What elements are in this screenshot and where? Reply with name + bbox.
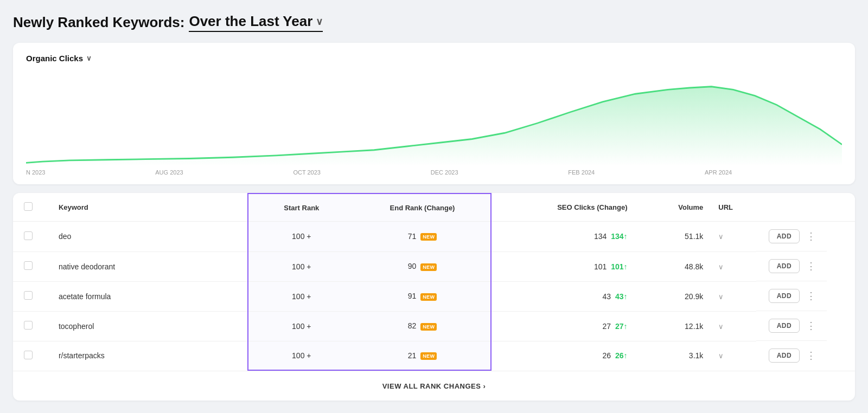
header-keyword: Keyword	[51, 193, 248, 222]
header-checkbox-cell	[13, 193, 51, 222]
row-seo-clicks: 27 27↑	[491, 311, 635, 341]
row-seo-clicks: 134 134↑	[491, 222, 635, 252]
add-button[interactable]: ADD	[769, 349, 800, 363]
add-button[interactable]: ADD	[769, 229, 800, 243]
row-actions: ADD ⋮	[756, 281, 827, 311]
header-actions	[756, 193, 855, 222]
row-seo-clicks: 43 43↑	[491, 281, 635, 311]
header-end-rank: End Rank (Change)	[354, 193, 491, 222]
more-options-icon[interactable]: ⋮	[804, 290, 818, 302]
view-all-link[interactable]: VIEW ALL RANK CHANGES ›	[382, 382, 486, 390]
page-title-prefix: Newly Ranked Keywords:	[13, 14, 184, 31]
row-checkbox[interactable]	[24, 321, 33, 330]
row-checkbox[interactable]	[24, 231, 33, 240]
row-start-rank: 100 +	[248, 341, 354, 370]
row-actions: ADD ⋮	[756, 222, 827, 251]
add-button[interactable]: ADD	[769, 259, 800, 273]
add-button[interactable]: ADD	[769, 289, 800, 303]
seo-base-value: 101	[594, 262, 607, 271]
time-period-label: Over the Last Year	[189, 13, 312, 30]
row-end-rank: 91 NEW	[354, 281, 491, 311]
new-badge: NEW	[420, 233, 437, 241]
header-start-rank: Start Rank	[248, 193, 354, 222]
view-all-row: VIEW ALL RANK CHANGES ›	[13, 371, 855, 401]
row-end-rank: 71 NEW	[354, 222, 491, 252]
header-volume: Volume	[635, 193, 711, 222]
chart-card: Organic Clicks ∨ N 2023 AUG 2023 OCT 2	[13, 43, 855, 184]
seo-change-value: 43↑	[615, 292, 628, 301]
row-keyword: tocopherol	[51, 311, 248, 341]
x-label-1: N 2023	[26, 169, 45, 176]
row-seo-clicks: 101 101↑	[491, 251, 635, 281]
seo-base-value: 43	[602, 292, 611, 301]
row-checkbox-cell	[13, 281, 51, 311]
row-start-rank: 100 +	[248, 281, 354, 311]
more-options-icon[interactable]: ⋮	[804, 320, 818, 332]
url-dropdown-icon[interactable]: ∨	[718, 233, 724, 241]
row-checkbox-cell	[13, 311, 51, 341]
seo-change-value: 26↑	[615, 351, 628, 360]
row-checkbox-cell	[13, 222, 51, 252]
row-url: ∨	[711, 311, 756, 341]
x-label-5: FEB 2024	[568, 169, 595, 176]
page-title-row: Newly Ranked Keywords: Over the Last Yea…	[13, 13, 855, 32]
seo-change-value: 134↑	[611, 232, 627, 241]
new-badge: NEW	[420, 263, 437, 271]
row-seo-clicks: 26 26↑	[491, 341, 635, 370]
table-card: Keyword Start Rank End Rank (Change) SEO…	[13, 193, 855, 401]
row-end-rank: 90 NEW	[354, 251, 491, 281]
row-volume: 20.9k	[635, 281, 711, 311]
row-url: ∨	[711, 281, 756, 311]
row-volume: 51.1k	[635, 222, 711, 252]
seo-base-value: 27	[602, 322, 611, 331]
metric-selector[interactable]: Organic Clicks ∨	[26, 54, 92, 63]
seo-change-value: 101↑	[611, 262, 627, 271]
add-button[interactable]: ADD	[769, 319, 800, 333]
select-all-checkbox[interactable]	[24, 202, 33, 211]
x-label-4: DEC 2023	[431, 169, 458, 176]
more-options-icon[interactable]: ⋮	[804, 350, 818, 362]
row-keyword: deo	[51, 222, 248, 252]
x-axis-labels: N 2023 AUG 2023 OCT 2023 DEC 2023 FEB 20…	[26, 166, 842, 176]
seo-base-value: 134	[594, 232, 607, 241]
x-label-6: APR 2024	[705, 169, 732, 176]
url-dropdown-icon[interactable]: ∨	[718, 352, 724, 360]
row-actions: ADD ⋮	[756, 251, 827, 281]
row-actions: ADD ⋮	[756, 311, 827, 341]
x-label-2: AUG 2023	[155, 169, 183, 176]
row-actions: ADD ⋮	[756, 341, 827, 370]
row-keyword: native deodorant	[51, 251, 248, 281]
row-start-rank: 100 +	[248, 311, 354, 341]
row-volume: 12.1k	[635, 311, 711, 341]
header-url: URL	[711, 193, 756, 222]
dropdown-arrow-icon: ∨	[316, 16, 323, 28]
page-container: Newly Ranked Keywords: Over the Last Yea…	[13, 13, 855, 401]
row-checkbox-cell	[13, 341, 51, 370]
row-checkbox[interactable]	[24, 261, 33, 270]
table-row: tocopherol 100 + 82 NEW 27 27↑ 12.1k ∨ A…	[13, 311, 855, 341]
new-badge: NEW	[420, 323, 437, 331]
url-dropdown-icon[interactable]: ∨	[718, 293, 724, 301]
row-end-rank: 82 NEW	[354, 311, 491, 341]
row-checkbox-cell	[13, 251, 51, 281]
row-checkbox[interactable]	[24, 351, 33, 359]
more-options-icon[interactable]: ⋮	[804, 260, 818, 272]
row-start-rank: 100 +	[248, 222, 354, 252]
time-period-dropdown[interactable]: Over the Last Year ∨	[189, 13, 323, 32]
row-url: ∨	[711, 341, 756, 370]
chart-area	[26, 68, 842, 166]
table-header-row: Keyword Start Rank End Rank (Change) SEO…	[13, 193, 855, 222]
table-row: deo 100 + 71 NEW 134 134↑ 51.1k ∨ ADD ⋮	[13, 222, 855, 252]
row-volume: 48.8k	[635, 251, 711, 281]
x-label-3: OCT 2023	[293, 169, 321, 176]
row-keyword: r/starterpacks	[51, 341, 248, 370]
row-end-rank: 21 NEW	[354, 341, 491, 370]
table-body: deo 100 + 71 NEW 134 134↑ 51.1k ∨ ADD ⋮ …	[13, 222, 855, 371]
keywords-table: Keyword Start Rank End Rank (Change) SEO…	[13, 193, 855, 371]
url-dropdown-icon[interactable]: ∨	[718, 263, 724, 271]
url-dropdown-icon[interactable]: ∨	[718, 322, 724, 331]
more-options-icon[interactable]: ⋮	[804, 230, 818, 242]
row-checkbox[interactable]	[24, 291, 33, 300]
row-keyword: acetate formula	[51, 281, 248, 311]
table-row: native deodorant 100 + 90 NEW 101 101↑ 4…	[13, 251, 855, 281]
